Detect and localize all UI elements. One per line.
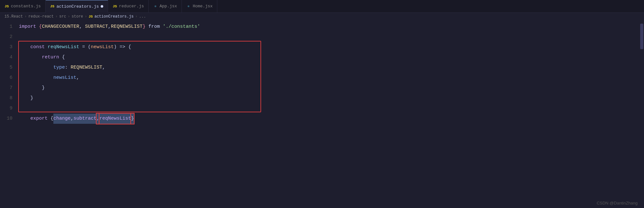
indent5 <box>19 63 53 73</box>
indent6 <box>19 73 53 83</box>
prop-type: type <box>53 63 65 73</box>
sep4: › <box>85 14 87 19</box>
param-newslist: newsList <box>91 42 114 52</box>
comma1: , <box>79 22 85 32</box>
keyword-return: return <box>42 52 59 63</box>
import-brace-close: } <box>143 22 145 32</box>
indent8 <box>19 93 30 103</box>
from-keyword: from <box>145 22 163 32</box>
code-line-5: type : REQNEWSLIST , <box>19 63 644 73</box>
jsx-icon-app: ⚛ <box>153 4 158 9</box>
colon5: : <box>65 63 71 73</box>
close-brace7: } <box>42 83 45 93</box>
export-comma2: , <box>97 114 99 124</box>
js-icon-active: JS <box>50 4 55 9</box>
indent3 <box>19 42 30 52</box>
brace-open10: { <box>50 114 53 124</box>
tab-reducer-label: reducer.js <box>119 4 144 9</box>
comma6: , <box>76 73 79 83</box>
tab-home-label: Home.jsx <box>193 4 213 9</box>
tab-constants-label: constants.js <box>11 4 41 9</box>
comma2: , <box>108 22 111 32</box>
modified-dot <box>101 5 103 8</box>
tab-bar: JS constants.js JS actionCreators.js JS … <box>0 0 644 13</box>
code-line-4: return { <box>19 52 644 63</box>
code-area: 1 2 3 4 5 6 7 8 9 10 import { CHANGECOUN… <box>0 20 644 208</box>
keyword-import: import <box>19 22 39 32</box>
line-num-7: 7 <box>0 83 12 93</box>
export-change: change <box>53 114 71 124</box>
equals3: = ( <box>79 42 91 52</box>
sep2: › <box>55 14 58 19</box>
close-brace8: } <box>30 93 33 103</box>
scrollbar[interactable] <box>640 24 643 49</box>
code-line-1: import { CHANGECOUNTER , SUBTRACT , REQN… <box>19 22 644 32</box>
import-path: './constants' <box>163 22 200 32</box>
code-content[interactable]: import { CHANGECOUNTER , SUBTRACT , REQN… <box>18 20 644 208</box>
breadcrumb-dots: ... <box>139 14 146 19</box>
js-icon: JS <box>4 4 9 9</box>
tab-app-label: App.jsx <box>159 4 177 9</box>
line-num-8: 8 <box>0 93 12 103</box>
line-num-6: 6 <box>0 73 12 83</box>
prop-newslist: newsList <box>53 73 76 83</box>
tab-app[interactable]: ⚛ App.jsx <box>149 0 182 13</box>
code-line-9 <box>19 103 644 114</box>
breadcrumb: 15.React › redux-react › src › store › J… <box>0 13 644 20</box>
const-subtract: SUBTRACT <box>85 22 108 32</box>
breadcrumb-redux: redux-react <box>28 14 54 19</box>
line-num-5: 5 <box>0 63 12 73</box>
tab-home[interactable]: ⚛ Home.jsx <box>182 0 217 13</box>
code-line-7: } <box>19 83 644 93</box>
code-line-3: const reqNewsList = ( newsList ) => { <box>19 42 644 52</box>
arrow3: => <box>120 42 125 52</box>
keyword-const: const <box>30 42 48 52</box>
indent7 <box>19 83 42 93</box>
import-brace-open: { <box>39 22 42 32</box>
export-reqnewslist: reqNewsList <box>99 114 131 124</box>
sep3: › <box>68 14 70 19</box>
tab-action-creators[interactable]: JS actionCreators.js <box>46 0 108 13</box>
comma5: , <box>102 63 105 73</box>
line-num-1: 1 <box>0 22 12 32</box>
code-line-10: export { change , subtract , reqNewsList… <box>19 114 644 124</box>
line-numbers: 1 2 3 4 5 6 7 8 9 10 <box>0 20 18 208</box>
line-num-9: 9 <box>0 103 12 114</box>
indent4 <box>19 52 42 63</box>
const-changecounter: CHANGECOUNTER <box>42 22 79 32</box>
indent10 <box>19 114 30 124</box>
code-line-2 <box>19 32 644 42</box>
export-comma1: , <box>71 114 74 124</box>
line-num-10: 10 <box>0 114 12 124</box>
sep1: › <box>25 14 27 19</box>
keyword-export: export <box>30 114 50 124</box>
paren-close3: ) <box>114 42 120 52</box>
code-line-6: newsList , <box>19 73 644 83</box>
breadcrumb-js-icon: JS <box>89 15 93 19</box>
export-subtract: subtract <box>74 114 97 124</box>
const-reqnewslist: REQNEWSLIST <box>111 22 143 32</box>
watermark: CSDN @DantinZhang <box>597 201 638 205</box>
val-reqnewslist: REQNEWSLIST <box>71 63 102 73</box>
tab-action-creators-label: actionCreators.js <box>57 4 99 9</box>
line-num-3: 3 <box>0 42 12 52</box>
jsx-icon-home: ⚛ <box>186 4 191 9</box>
tab-constants[interactable]: JS constants.js <box>0 0 46 13</box>
breadcrumb-file: actionCreators.js <box>94 14 133 19</box>
brace-open3: { <box>125 42 131 52</box>
breadcrumb-react: 15.React <box>4 14 23 19</box>
line-num-4: 4 <box>0 52 12 63</box>
editor-container: JS constants.js JS actionCreators.js JS … <box>0 0 644 208</box>
breadcrumb-src: src <box>59 14 66 19</box>
line-num-2: 2 <box>0 32 12 42</box>
js-icon-reducer: JS <box>113 4 117 9</box>
breadcrumb-store: store <box>72 14 83 19</box>
export-brace-close10: } <box>131 114 134 124</box>
sep5: › <box>135 14 137 19</box>
code-line-8: } <box>19 93 644 103</box>
brace4: { <box>59 52 65 63</box>
tab-reducer[interactable]: JS reducer.js <box>108 0 149 13</box>
fn-req-news-list: reqNewsList <box>48 42 79 52</box>
